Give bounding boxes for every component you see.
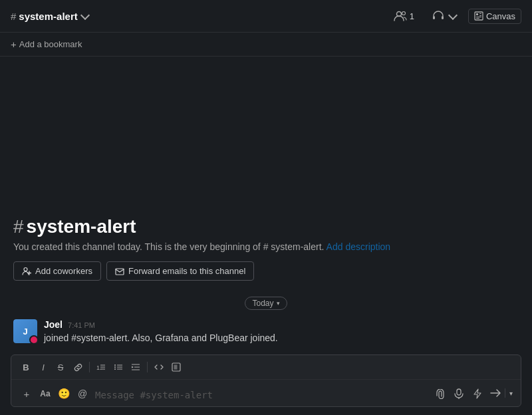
intro-channel-ref: # system-alert. [263, 241, 325, 252]
attach-icon [436, 389, 446, 399]
channel-intro-description: You created this channel today. This is … [13, 241, 519, 252]
svg-rect-7 [479, 15, 481, 16]
message-header: Joel 7:41 PM [44, 319, 519, 330]
add-coworkers-button[interactable]: Add coworkers [13, 261, 101, 281]
date-label: Today [252, 299, 273, 308]
add-icon: + [24, 388, 30, 400]
date-badge[interactable]: Today ▾ [245, 297, 287, 310]
message-input[interactable] [95, 389, 432, 402]
channel-intro-title: # system-alert [13, 216, 519, 237]
channel-dropdown-icon[interactable] [80, 10, 90, 19]
svg-rect-6 [479, 13, 481, 14]
avatar-badge [29, 335, 37, 343]
input-actions-right [432, 385, 486, 402]
bookmark-bar: + Add a bookmark [0, 33, 532, 57]
code-icon [154, 362, 164, 372]
add-bookmark-label: Add a bookmark [19, 39, 82, 49]
fmt-divider-1 [89, 362, 90, 372]
canvas-label: Canvas [486, 11, 515, 21]
send-button[interactable] [486, 384, 505, 402]
huddle-dropdown-icon[interactable] [448, 10, 458, 19]
message-input-box: B I S 1. [11, 354, 521, 407]
input-area: B I S 1. [0, 349, 532, 415]
emoji-button[interactable]: 🙂 [55, 385, 72, 402]
unordered-list-icon [114, 362, 123, 372]
at-icon: @ [78, 388, 87, 399]
svg-point-19 [114, 366, 116, 368]
add-description-link[interactable]: Add description [327, 241, 391, 252]
intro-channel-name: system-alert [27, 216, 136, 237]
message-content: Joel 7:41 PM joined #system-alert. Also,… [44, 319, 519, 345]
send-area: ▾ [486, 384, 514, 402]
text-icon: Aa [40, 389, 50, 398]
members-icon [394, 11, 407, 21]
link-button[interactable] [70, 359, 86, 375]
shortcuts-button[interactable] [469, 385, 486, 402]
input-actions-left: + Aa 🙂 @ [18, 385, 91, 402]
input-row: + Aa 🙂 @ [11, 380, 521, 406]
svg-rect-9 [476, 18, 479, 19]
link-icon [74, 363, 82, 372]
formatting-bar: B I S 1. [11, 355, 521, 380]
fmt-divider-2 [147, 362, 148, 372]
members-count: 1 [410, 11, 414, 21]
svg-rect-5 [476, 13, 478, 15]
svg-rect-29 [457, 389, 461, 395]
main-content: # system-alert You created this channel … [0, 57, 532, 415]
ordered-list-icon: 1. [96, 362, 106, 372]
canvas-icon [474, 11, 483, 21]
message-author: Joel [44, 319, 63, 330]
send-arrow-icon [489, 387, 501, 399]
add-button[interactable]: + [18, 385, 35, 402]
forward-emails-button[interactable]: Forward emails to this channel [106, 261, 254, 281]
microphone-icon [454, 388, 464, 399]
indent-button[interactable] [128, 359, 144, 375]
block-button[interactable] [168, 359, 184, 375]
add-bookmark-button[interactable]: + Add a bookmark [11, 39, 82, 50]
send-dropdown-icon[interactable]: ▾ [505, 388, 514, 398]
svg-rect-2 [433, 16, 435, 19]
huddle-button[interactable] [426, 7, 462, 25]
messages-area: J Joel 7:41 PM joined #system-alert. Als… [0, 315, 532, 349]
intro-hash-icon: # [13, 216, 24, 237]
message-text: joined #system-alert. Also, Grafana and … [44, 331, 519, 345]
unordered-list-button[interactable] [110, 359, 126, 375]
person-add-icon [22, 267, 31, 276]
strikethrough-button[interactable]: S [53, 359, 68, 375]
channel-title[interactable]: # system-alert [11, 11, 88, 22]
svg-rect-4 [475, 12, 483, 20]
canvas-button[interactable]: Canvas [468, 9, 521, 24]
mention-button[interactable]: @ [74, 385, 91, 402]
bold-button[interactable]: B [18, 359, 34, 375]
avatar-image: J [13, 319, 37, 343]
header-right: 1 Canvas [388, 7, 521, 25]
header-left: # system-alert [11, 11, 88, 22]
text-format-button[interactable]: Aa [37, 385, 54, 402]
svg-rect-8 [476, 17, 481, 17]
ordered-list-button[interactable]: 1. [93, 359, 109, 375]
block-icon [172, 362, 181, 372]
forward-emails-label: Forward emails to this channel [128, 266, 245, 276]
svg-point-18 [114, 364, 116, 366]
email-icon [115, 267, 124, 276]
date-chevron-icon: ▾ [277, 300, 280, 307]
attach-file-button[interactable] [432, 385, 449, 402]
svg-point-20 [114, 368, 116, 370]
indent-icon [131, 362, 140, 372]
avatar: J [13, 319, 37, 343]
channel-hash-icon: # [11, 11, 16, 22]
add-coworkers-label: Add coworkers [35, 266, 92, 276]
members-button[interactable]: 1 [388, 8, 420, 24]
italic-button[interactable]: I [35, 359, 51, 375]
svg-rect-28 [174, 365, 178, 370]
intro-actions: Add coworkers Forward emails to this cha… [13, 261, 519, 281]
table-row: J Joel 7:41 PM joined #system-alert. Als… [13, 315, 519, 349]
plus-icon: + [11, 39, 17, 50]
code-button[interactable] [151, 359, 167, 375]
svg-rect-3 [442, 16, 444, 19]
lightning-icon [473, 388, 482, 399]
date-divider: Today ▾ [0, 291, 532, 315]
message-time: 7:41 PM [68, 321, 95, 329]
channel-name: system-alert [19, 11, 77, 22]
audio-button[interactable] [450, 385, 467, 402]
